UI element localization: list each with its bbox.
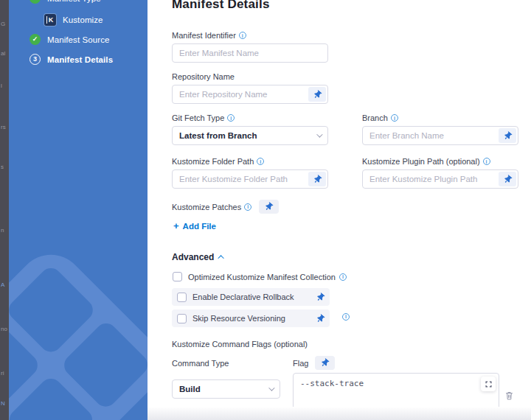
wizard-steps-sidebar: ✓ Manifest Type K Kustomize ✓ Manifest S…	[9, 0, 148, 420]
info-icon[interactable]: i	[239, 32, 246, 39]
label-text: Kustomize Folder Path	[172, 157, 254, 166]
backdrop-text-fragment: n	[1, 227, 4, 234]
sidebar-item-label: Manifest Details	[47, 55, 113, 64]
selected-value: Latest from Branch	[179, 131, 257, 140]
runtime-input-pin-button[interactable]	[315, 356, 335, 370]
backdrop-text-fragment: s	[1, 164, 4, 170]
brand-watermark-logo	[9, 241, 148, 420]
command-type-select[interactable]: Build	[172, 379, 280, 399]
sidebar-item-manifest-source[interactable]: ✓ Manifest Source	[30, 34, 110, 45]
runtime-input-pin-button[interactable]	[499, 128, 516, 143]
info-icon[interactable]: i	[483, 158, 490, 165]
backdrop-text-fragment: no	[1, 326, 7, 332]
command-type-label: Command Type	[172, 359, 229, 368]
repository-name-field: Repository Name	[172, 69, 328, 104]
git-fetch-type-field: Git Fetch Type i Latest from Branch	[172, 111, 328, 145]
kustomize-plugin-path-input[interactable]	[362, 169, 518, 189]
sidebar-item-manifest-type[interactable]: ✓ Manifest Type	[30, 0, 101, 4]
sidebar-item-manifest-details[interactable]: 3 Manifest Details	[30, 54, 113, 65]
info-icon[interactable]: i	[227, 114, 235, 122]
advanced-section-toggle[interactable]: Advanced	[172, 252, 531, 262]
info-icon[interactable]: i	[244, 203, 251, 211]
flag-field: Flag --stack-trace	[293, 356, 514, 420]
kustomize-plugin-path-label: Kustomize Plugin Path (optional) i	[362, 157, 490, 166]
flag-input[interactable]: --stack-trace	[293, 373, 499, 417]
label-text: Optimized Kustomize Manifest Collection	[188, 273, 336, 281]
label-text: Branch	[362, 113, 388, 122]
branch-field: Branch i	[362, 111, 518, 145]
kustomize-manifest-drawer: G al l rs s n A no ri N ✓ Manifest Type …	[0, 0, 531, 420]
backdrop-text-fragment: A	[1, 281, 4, 288]
kustomize-patches-header: Kustomize Patches i	[172, 200, 531, 214]
declarative-rollback-checkbox[interactable]	[177, 293, 187, 302]
expand-editor-button[interactable]	[481, 377, 496, 391]
optimized-collection-checkbox[interactable]	[173, 272, 182, 281]
page-title: Manifest Details	[172, 0, 531, 12]
chevron-up-icon	[218, 255, 224, 261]
pin-icon[interactable]	[315, 291, 326, 302]
manifest-identifier-field: Manifest Identifier i	[172, 28, 328, 63]
label-text: Repository Name	[172, 72, 235, 81]
trash-icon	[504, 391, 514, 401]
pin-icon	[263, 201, 274, 212]
skip-resource-versioning-option: Skip Resource Versioning	[172, 309, 330, 327]
command-flags-section-label: Kustomize Command Flags (optional)	[172, 340, 531, 349]
kustomize-folder-path-input[interactable]	[172, 169, 328, 189]
kustomize-folder-path-field: Kustomize Folder Path i	[172, 154, 328, 189]
sidebar-item-label: Kustomize	[63, 15, 103, 24]
kustomize-icon: K	[44, 14, 56, 26]
pin-icon	[502, 173, 513, 184]
repository-name-label: Repository Name	[172, 72, 235, 81]
add-file-button[interactable]: + Add File	[173, 221, 216, 231]
brand-watermark-grid	[9, 264, 148, 420]
branch-input[interactable]	[362, 126, 518, 145]
runtime-input-pin-button[interactable]	[308, 172, 326, 186]
runtime-input-pin-button[interactable]	[308, 87, 326, 102]
backdrop-text-fragment: G	[1, 21, 5, 27]
pin-icon[interactable]	[315, 312, 326, 323]
kustomize-patches-label: Kustomize Patches i	[172, 203, 251, 211]
backdrop-text-fragment: al	[1, 50, 5, 57]
advanced-label: Advanced	[172, 252, 214, 262]
optimized-collection-option: Optimized Kustomize Manifest Collection …	[172, 272, 531, 281]
git-fetch-type-select[interactable]: Latest from Branch	[172, 126, 328, 145]
info-icon[interactable]: i	[391, 114, 398, 122]
add-file-label: Add File	[183, 222, 216, 231]
backdrop-text-fragment: N	[1, 400, 5, 407]
sidebar-item-kustomize[interactable]: K Kustomize	[44, 14, 103, 26]
skip-resource-versioning-checkbox[interactable]	[177, 314, 187, 323]
kustomize-folder-path-label: Kustomize Folder Path i	[172, 157, 264, 166]
info-icon[interactable]: i	[342, 313, 350, 321]
command-type-field: Command Type Build	[172, 356, 280, 420]
kustomize-plugin-path-field: Kustomize Plugin Path (optional) i	[362, 154, 518, 189]
declarative-rollback-label: Enable Declarative Rollback	[192, 293, 310, 301]
step-number-icon: 3	[30, 54, 41, 65]
runtime-input-pin-button[interactable]	[259, 200, 279, 214]
delete-flag-button[interactable]	[504, 391, 514, 403]
sidebar-item-label: Manifest Type	[47, 0, 101, 3]
label-text: Git Fetch Type	[172, 113, 224, 122]
dimmed-background-strip: G al l rs s n A no ri N	[0, 0, 9, 420]
pin-icon	[319, 357, 330, 368]
manifest-identifier-input[interactable]	[172, 43, 328, 63]
step-complete-icon: ✓	[30, 34, 41, 45]
label-text: Kustomize Patches	[172, 203, 241, 211]
git-fetch-type-label: Git Fetch Type i	[172, 113, 235, 122]
info-icon[interactable]: i	[257, 158, 264, 165]
chevron-down-icon	[268, 385, 274, 391]
backdrop-text-fragment: rs	[1, 124, 6, 130]
step-complete-icon: ✓	[30, 0, 41, 4]
optimized-collection-label: Optimized Kustomize Manifest Collection …	[188, 273, 347, 281]
pin-icon	[311, 88, 322, 99]
label-text: Kustomize Plugin Path (optional)	[362, 157, 480, 166]
chevron-down-icon	[316, 131, 322, 137]
plus-icon: +	[173, 221, 179, 231]
backdrop-text-fragment: ri	[1, 370, 4, 377]
flag-label: Flag	[293, 359, 308, 368]
sidebar-item-label: Manifest Source	[47, 35, 110, 44]
backdrop-text-fragment: l	[1, 83, 2, 89]
info-icon[interactable]: i	[339, 273, 347, 281]
repository-name-input[interactable]	[172, 85, 328, 104]
selected-value: Build	[179, 385, 201, 393]
runtime-input-pin-button[interactable]	[499, 172, 516, 186]
